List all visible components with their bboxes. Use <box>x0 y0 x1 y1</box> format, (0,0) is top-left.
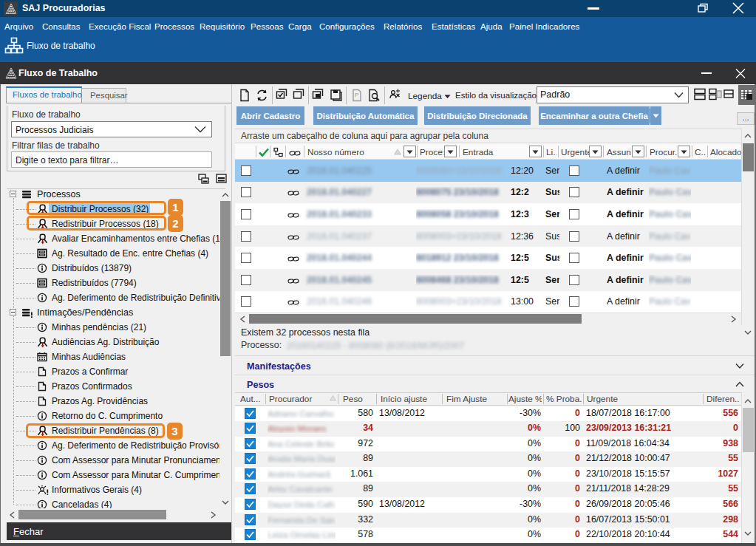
svg-text:P: P <box>355 92 358 98</box>
